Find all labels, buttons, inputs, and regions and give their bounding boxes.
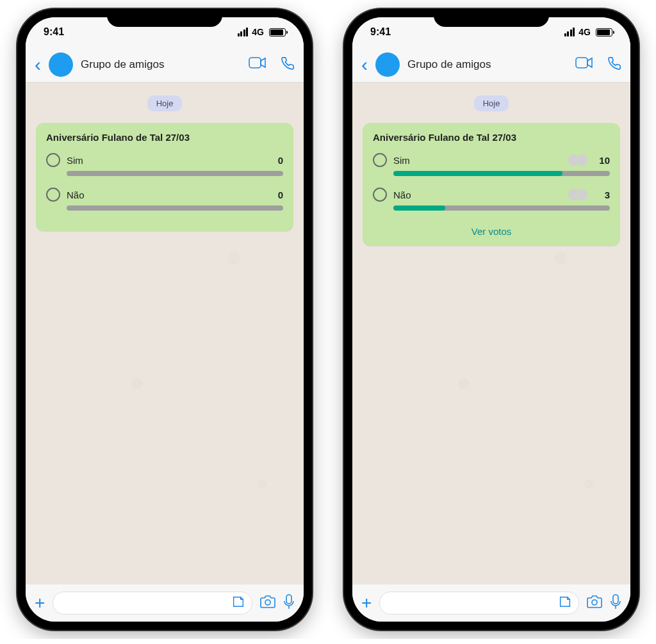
screen: 9:41 4G ‹ Grupo de amigos Hoje (26, 17, 304, 622)
screen: 9:41 4G ‹ Grupo de amigos Hoje (352, 17, 630, 622)
back-icon[interactable]: ‹ (361, 55, 368, 74)
voter-dot-icon (575, 188, 588, 201)
progress-track (67, 171, 283, 176)
chat-header: ‹ Grupo de amigos (352, 47, 630, 83)
status-time: 9:41 (370, 26, 391, 38)
avatar[interactable] (49, 52, 73, 77)
date-pill: Hoje (474, 95, 509, 111)
battery-icon (596, 28, 612, 36)
chat-header: ‹ Grupo de amigos (26, 47, 304, 83)
svg-point-4 (592, 600, 597, 605)
chat-body[interactable]: Hoje Aniversário Fulano de Tal 27/03 Sim… (352, 83, 630, 584)
svg-point-1 (265, 600, 270, 605)
voter-dot-icon (575, 154, 588, 166)
view-votes-link[interactable]: Ver votos (373, 222, 610, 237)
network-label: 4G (578, 27, 591, 37)
vote-count: 0 (272, 155, 283, 166)
option-label: Não (393, 189, 561, 200)
radio-icon[interactable] (46, 188, 60, 202)
status-right: 4G (238, 27, 286, 37)
video-call-icon[interactable] (575, 56, 593, 73)
radio-icon[interactable] (373, 188, 387, 202)
voter-avatars (568, 154, 588, 166)
sticker-icon[interactable] (231, 595, 245, 611)
video-call-icon[interactable] (249, 56, 266, 73)
camera-icon[interactable] (587, 595, 602, 611)
plus-icon[interactable]: + (35, 593, 45, 613)
chat-body[interactable]: Hoje Aniversário Fulano de Tal 27/03 Sim… (26, 83, 304, 584)
signal-icon (238, 28, 249, 36)
plus-icon[interactable]: + (361, 593, 372, 613)
svg-rect-5 (613, 595, 618, 604)
progress-track (393, 171, 610, 176)
option-label: Sim (393, 155, 561, 166)
input-bar: + (26, 584, 304, 622)
svg-rect-0 (249, 58, 261, 68)
phone-call-icon[interactable] (281, 56, 295, 73)
status-right: 4G (564, 27, 612, 37)
date-pill: Hoje (147, 95, 183, 111)
progress-fill (393, 171, 562, 176)
status-time: 9:41 (44, 26, 64, 38)
poll-bubble: Aniversário Fulano de Tal 27/03 Sim 0 Nã… (36, 123, 293, 231)
input-bar: + (352, 584, 630, 622)
message-input[interactable] (53, 592, 252, 615)
poll-option: Não 3 (373, 188, 610, 211)
chat-title[interactable]: Grupo de amigos (407, 58, 568, 71)
voter-avatars (568, 188, 588, 201)
chat-title[interactable]: Grupo de amigos (81, 58, 241, 71)
poll-option: Não 0 (46, 188, 283, 211)
radio-icon[interactable] (46, 153, 60, 167)
sticker-icon[interactable] (558, 595, 572, 611)
radio-icon[interactable] (373, 153, 387, 167)
network-label: 4G (252, 27, 264, 37)
poll-option: Sim 10 (373, 153, 610, 176)
progress-track (393, 205, 610, 211)
signal-icon (564, 28, 575, 36)
option-label: Sim (67, 155, 265, 166)
avatar[interactable] (375, 52, 400, 77)
mic-icon[interactable] (610, 594, 621, 612)
notch (434, 9, 549, 27)
vote-count: 3 (598, 189, 610, 200)
phone-right: 9:41 4G ‹ Grupo de amigos Hoje (344, 9, 639, 630)
message-input[interactable] (379, 592, 579, 615)
progress-track (67, 205, 283, 211)
phone-left: 9:41 4G ‹ Grupo de amigos Hoje (17, 9, 312, 630)
progress-fill (393, 205, 445, 211)
camera-icon[interactable] (260, 595, 275, 611)
poll-title: Aniversário Fulano de Tal 27/03 (46, 132, 283, 143)
poll-bubble: Aniversário Fulano de Tal 27/03 Sim 10 (363, 123, 620, 246)
vote-count: 0 (272, 189, 283, 200)
svg-rect-3 (576, 58, 587, 68)
notch (107, 9, 222, 27)
phone-call-icon[interactable] (607, 56, 621, 73)
vote-count: 10 (598, 155, 610, 166)
svg-rect-2 (286, 595, 291, 604)
poll-title: Aniversário Fulano de Tal 27/03 (373, 132, 610, 143)
poll-option: Sim 0 (46, 153, 283, 176)
option-label: Não (67, 189, 265, 200)
battery-icon (269, 28, 286, 36)
back-icon[interactable]: ‹ (35, 55, 41, 74)
mic-icon[interactable] (283, 594, 295, 612)
